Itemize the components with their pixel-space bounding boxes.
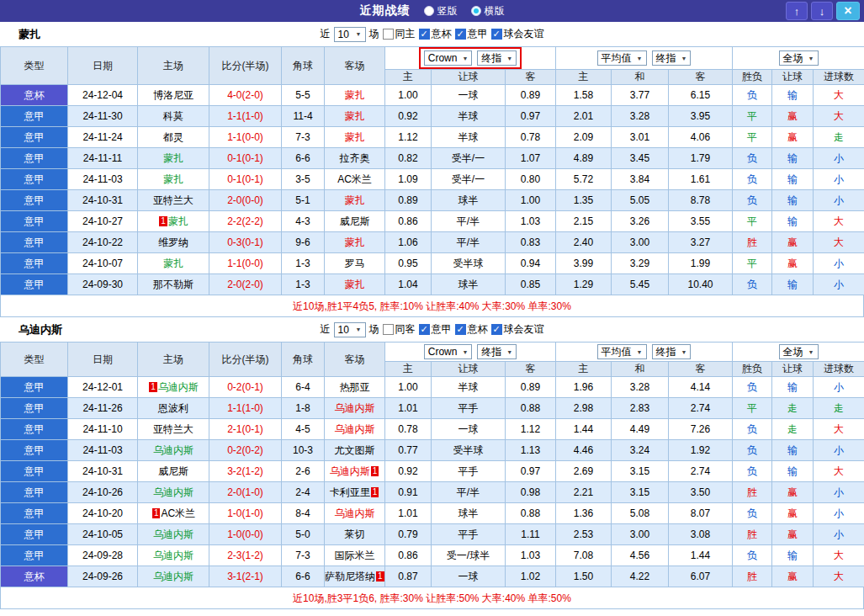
home-team-cell[interactable]: 乌迪内斯 [138, 545, 209, 566]
away-team-cell[interactable]: 拉齐奥 [325, 148, 385, 169]
home-team-cell[interactable]: 都灵 [138, 127, 209, 148]
home-team-cell[interactable]: 乌迪内斯 [138, 482, 209, 503]
result-goals: 小 [814, 524, 864, 545]
result-outcome: 负 [733, 440, 772, 461]
handicap-line: 球半 [432, 190, 506, 211]
handicap-line: 受一/球半 [432, 545, 506, 566]
odds-away-win: 1.99 [669, 253, 733, 274]
home-team-cell[interactable]: 乌迪内斯 [138, 566, 209, 587]
match-count-select[interactable]: 10▼ [334, 322, 366, 337]
comp-checkbox-0[interactable]: ✓ 意甲 [419, 322, 452, 337]
away-team-cell[interactable]: 蒙扎 [325, 106, 385, 127]
bookmaker-select[interactable]: Crown▼ [424, 50, 473, 66]
handicap-home-odds: 1.01 [385, 398, 432, 419]
comp-checkbox-1[interactable]: ✓ 意甲 [455, 27, 488, 41]
away-team-cell[interactable]: 萨勒尼塔纳1 [325, 566, 385, 587]
away-team-cell[interactable]: 蒙扎 [325, 274, 385, 295]
home-team-cell[interactable]: 亚特兰大 [138, 190, 209, 211]
competition-badge: 意甲 [1, 106, 68, 127]
handicap-away-odds: 0.78 [506, 127, 556, 148]
home-team-cell[interactable]: 蒙扎 [138, 169, 209, 190]
away-team-cell[interactable]: 蒙扎 [325, 85, 385, 106]
radio-horizontal-layout[interactable]: 横版 [471, 4, 505, 19]
match-row: 意甲 24-11-10 亚特兰大 2-1(0-1) 4-5 乌迪内斯 0.78 … [1, 419, 864, 440]
home-team-cell[interactable]: 博洛尼亚 [138, 85, 209, 106]
home-team-cell[interactable]: 乌迪内斯 [138, 440, 209, 461]
home-team-cell[interactable]: 科莫 [138, 106, 209, 127]
result-handicap: 赢 [772, 253, 814, 274]
home-team-cell[interactable]: 乌迪内斯 [138, 524, 209, 545]
away-team-cell[interactable]: 蒙扎 [325, 127, 385, 148]
competition-badge: 意甲 [1, 232, 68, 253]
away-team-cell[interactable]: 乌迪内斯 [325, 419, 385, 440]
away-team-name: 萨勒尼塔纳 [325, 571, 375, 582]
competition-badge: 意甲 [1, 377, 68, 398]
index-select-2[interactable]: 终指▼ [652, 50, 692, 66]
home-team-cell[interactable]: 1乌迪内斯 [138, 377, 209, 398]
result-outcome: 负 [733, 503, 772, 524]
same-venue-checkbox[interactable]: ✓ 同主 [383, 27, 416, 41]
odds-home-win: 2.01 [556, 106, 612, 127]
odds-draw: 4.56 [612, 545, 669, 566]
down-button[interactable]: ↓ [811, 2, 833, 20]
bookmaker-select[interactable]: Crown▼ [424, 344, 473, 359]
home-team-cell[interactable]: 恩波利 [138, 398, 209, 419]
match-row: 意甲 24-11-03 蒙扎 0-1(0-1) 3-5 AC米兰 1.09 受半… [1, 169, 864, 190]
comp-checkbox-label: 球会友谊 [504, 27, 544, 41]
away-team-cell[interactable]: 乌迪内斯 [325, 398, 385, 419]
handicap-line: 球半 [432, 503, 506, 524]
home-team-cell[interactable]: 亚特兰大 [138, 419, 209, 440]
index-select-2[interactable]: 终指▼ [652, 344, 692, 359]
away-team-cell[interactable]: 蒙扎 [325, 232, 385, 253]
away-team-cell[interactable]: 蒙扎 [325, 190, 385, 211]
scope-select[interactable]: 全场▼ [779, 50, 819, 66]
competition-badge: 意甲 [1, 545, 68, 566]
comp-checkbox-2[interactable]: ✓ 球会友谊 [491, 322, 544, 337]
result-handicap: 赢 [772, 127, 814, 148]
away-team-cell[interactable]: 乌迪内斯1 [325, 461, 385, 482]
home-team-cell[interactable]: 维罗纳 [138, 232, 209, 253]
away-team-cell[interactable]: 乌迪内斯 [325, 503, 385, 524]
away-team-cell[interactable]: 罗马 [325, 253, 385, 274]
comp-checkbox-2[interactable]: ✓ 球会友谊 [491, 27, 544, 41]
average-select[interactable]: 平均值▼ [597, 50, 647, 66]
checkbox-icon: ✓ [419, 324, 430, 335]
home-team-cell[interactable]: 1蒙扎 [138, 211, 209, 232]
radio-vertical-layout[interactable]: 竖版 [424, 4, 458, 19]
close-button[interactable]: × [836, 2, 860, 20]
home-team-name: 博洛尼亚 [153, 89, 193, 101]
match-table-body: 意甲 24-12-01 1乌迪内斯 0-2(0-1) 6-4 热那亚 1.00 … [1, 377, 864, 587]
home-team-cell[interactable]: 威尼斯 [138, 461, 209, 482]
home-team-cell[interactable]: 蒙扎 [138, 253, 209, 274]
away-team-cell[interactable]: 莱切 [325, 524, 385, 545]
same-venue-checkbox[interactable]: ✓ 同客 [383, 322, 416, 337]
away-team-cell[interactable]: 热那亚 [325, 377, 385, 398]
handicap-away-odds: 1.12 [506, 419, 556, 440]
up-button[interactable]: ↑ [786, 2, 808, 20]
match-date: 24-10-31 [68, 461, 138, 482]
handicap-away-odds: 1.00 [506, 190, 556, 211]
match-count-select[interactable]: 10▼ [334, 27, 366, 42]
chevron-down-icon: ▼ [637, 349, 643, 355]
match-date: 24-10-31 [68, 190, 138, 211]
comp-checkbox-1[interactable]: ✓ 意杯 [455, 322, 488, 337]
col-type: 类型 [1, 343, 68, 377]
away-team-name: 莱切 [345, 528, 365, 540]
home-team-cell[interactable]: 1AC米兰 [138, 503, 209, 524]
home-team-cell[interactable]: 蒙扎 [138, 148, 209, 169]
away-team-cell[interactable]: AC米兰 [325, 169, 385, 190]
away-team-cell[interactable]: 国际米兰 [325, 545, 385, 566]
home-team-cell[interactable]: 那不勒斯 [138, 274, 209, 295]
comp-checkbox-0[interactable]: ✓ 意杯 [419, 27, 452, 41]
index-select[interactable]: 终指▼ [477, 50, 517, 66]
result-handicap: 输 [772, 190, 814, 211]
away-team-cell[interactable]: 卡利亚里1 [325, 482, 385, 503]
away-team-cell[interactable]: 尤文图斯 [325, 440, 385, 461]
scope-select[interactable]: 全场▼ [779, 344, 819, 359]
average-select[interactable]: 平均值▼ [597, 344, 647, 359]
index-select[interactable]: 终指▼ [477, 344, 517, 359]
handicap-away-odds: 0.98 [506, 482, 556, 503]
away-team-cell[interactable]: 威尼斯 [325, 211, 385, 232]
home-team-name: 乌迪内斯 [153, 444, 193, 456]
result-outcome: 负 [733, 419, 772, 440]
